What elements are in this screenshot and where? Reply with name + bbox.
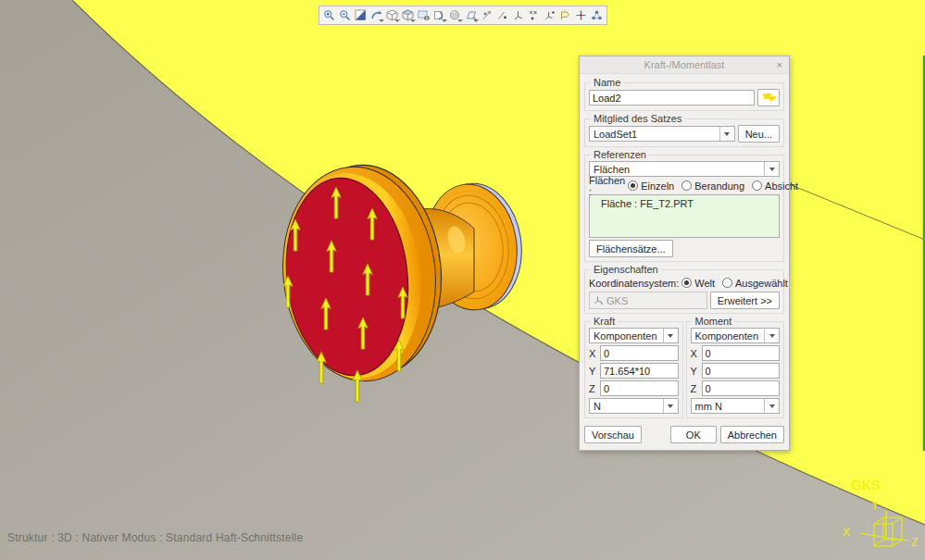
annotation-display-button[interactable]	[557, 6, 573, 24]
zoom-out-button[interactable]	[337, 6, 353, 24]
radio-berandung[interactable]	[681, 180, 692, 191]
zoom-in-button[interactable]	[321, 6, 337, 24]
radio-absicht-label: Absicht	[765, 180, 798, 192]
load-set-combo[interactable]: LoadSet1	[589, 126, 735, 142]
datum-point-display-icon	[496, 9, 508, 21]
simulation-display-icon	[591, 9, 603, 21]
radio-absicht[interactable]	[752, 180, 762, 191]
force-y-input[interactable]	[600, 363, 679, 379]
force-z-input[interactable]	[600, 380, 679, 396]
axis-z-label: Z	[911, 536, 918, 549]
csys-mini-icon	[594, 295, 604, 305]
repaint-button[interactable]	[369, 6, 384, 24]
cancel-button[interactable]: Abbrechen	[720, 426, 784, 443]
csys-tag-display-button[interactable]	[542, 6, 557, 24]
csys-display-button[interactable]	[510, 6, 526, 24]
application-window: GKS Y X Z	[0, 0, 925, 560]
moment-group: Moment Komponenten X Y Z mm N	[686, 316, 785, 418]
status-bar: Struktur : 3D : Nativer Modus : Standard…	[7, 531, 303, 544]
point-tag-display-button[interactable]	[526, 6, 542, 24]
moment-unit-value: mm N	[692, 399, 765, 413]
axis-y-label: Y	[871, 499, 879, 512]
force-x-input[interactable]	[600, 345, 679, 361]
point-tag-display-icon	[528, 9, 540, 21]
load-color-arrow-icon	[761, 93, 776, 103]
moment-y-label: Y	[691, 366, 698, 377]
name-group-legend: Name	[591, 77, 623, 88]
moment-y-input[interactable]	[702, 363, 781, 379]
force-unit-combo[interactable]: N	[589, 398, 679, 414]
perspective-button[interactable]	[431, 6, 447, 24]
view-manager-icon	[402, 9, 414, 21]
annotation-display-icon	[559, 9, 571, 21]
moment-unit-combo[interactable]: mm N	[691, 398, 781, 414]
chevron-down-icon	[769, 334, 775, 338]
repaint-icon	[370, 9, 382, 21]
chevron-down-icon	[724, 132, 730, 136]
radio-ausgewaehlt-label: Ausgewählt	[735, 278, 788, 289]
csys-label: Koordinatensystem:	[589, 278, 679, 289]
view-manager-button[interactable]	[400, 6, 416, 24]
moment-distribution-combo[interactable]: Komponenten	[691, 328, 781, 343]
radio-ausgewaehlt[interactable]	[722, 278, 732, 288]
ok-button[interactable]: OK	[670, 426, 717, 443]
force-y-label: Y	[589, 366, 596, 377]
surface-sets-button[interactable]: Flächensätze...	[589, 240, 673, 257]
load-color-button[interactable]	[757, 89, 780, 106]
force-x-label: X	[589, 348, 596, 359]
new-set-button[interactable]: Neu...	[738, 125, 780, 143]
radio-berandung-label: Berandung	[694, 180, 744, 192]
properties-group: Eigenschaften Koordinatensystem: Welt Au…	[584, 264, 784, 314]
preview-button[interactable]: Vorschau	[584, 426, 642, 443]
graphics-toolbar	[319, 6, 607, 25]
dialog-title-bar[interactable]: Kraft-/Momentlast ×	[580, 56, 789, 74]
force-moment-load-dialog: Kraft-/Momentlast × Name Mitglied des Sa…	[579, 56, 790, 451]
force-distribution-combo[interactable]: Komponenten	[589, 328, 679, 343]
csys-display-icon	[512, 9, 524, 21]
radio-welt-label: Welt	[694, 278, 715, 289]
load-set-legend: Mitglied des Satzes	[591, 113, 684, 124]
axis-x-label: X	[843, 526, 850, 539]
reference-collector[interactable]: Fläche : FE_T2.PRT	[589, 194, 780, 238]
datum-plane-display-button[interactable]	[463, 6, 479, 24]
datum-axis-display-button[interactable]	[479, 6, 494, 24]
zoom-in-icon	[323, 9, 335, 21]
dialog-title: Kraft-/Momentlast	[644, 59, 725, 70]
properties-legend: Eigenschaften	[591, 264, 661, 275]
surface-filter-label: Flächen :	[589, 175, 625, 197]
refit-button[interactable]	[353, 6, 369, 24]
references-group: Referenzen Flächen Flächen : Einzeln Ber…	[584, 149, 784, 262]
name-group: Name	[584, 77, 784, 111]
force-z-label: Z	[589, 383, 596, 394]
datum-point-display-button[interactable]	[494, 6, 510, 24]
chevron-down-icon	[769, 404, 775, 408]
zoom-out-icon	[339, 9, 351, 21]
force-legend: Kraft	[591, 316, 618, 327]
references-legend: Referenzen	[591, 149, 649, 160]
csys-tag-display-icon	[544, 9, 556, 21]
radio-einzeln-label: Einzeln	[641, 180, 674, 192]
collector-item: Fläche : FE_T2.PRT	[601, 198, 694, 209]
shaded-view-icon	[449, 9, 461, 21]
moment-distribution-value: Komponenten	[692, 329, 765, 342]
saved-orientations-button[interactable]	[384, 6, 400, 24]
saved-orientations-icon	[386, 9, 398, 21]
load-name-input[interactable]	[589, 90, 755, 106]
shaded-view-button[interactable]	[447, 6, 463, 24]
radio-welt[interactable]	[681, 278, 692, 288]
moment-z-input[interactable]	[702, 380, 781, 396]
chevron-down-icon	[668, 404, 673, 408]
spin-center-icon	[575, 9, 587, 21]
moment-z-label: Z	[691, 383, 698, 394]
csys-value: GKS	[606, 295, 628, 306]
advanced-button[interactable]: Erweitert >>	[710, 292, 780, 309]
refit-icon	[355, 9, 367, 21]
moment-x-input[interactable]	[702, 345, 781, 361]
display-style-icon	[418, 9, 430, 21]
display-style-button[interactable]	[416, 6, 431, 24]
radio-einzeln[interactable]	[628, 180, 638, 191]
spin-center-button[interactable]	[573, 6, 589, 24]
simulation-display-button[interactable]	[589, 6, 605, 24]
close-icon[interactable]: ×	[775, 56, 784, 73]
force-unit-value: N	[590, 399, 663, 413]
